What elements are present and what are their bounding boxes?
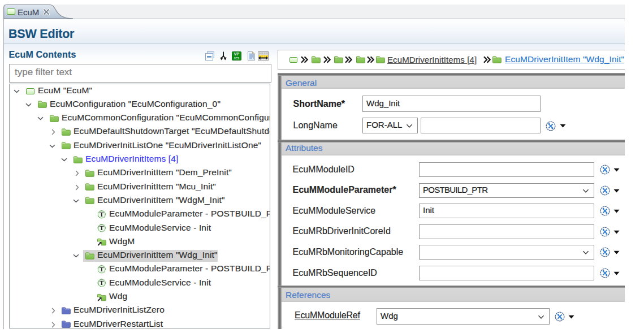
svg-text:res: res [234,56,240,60]
svg-text:VP: VP [234,52,240,56]
